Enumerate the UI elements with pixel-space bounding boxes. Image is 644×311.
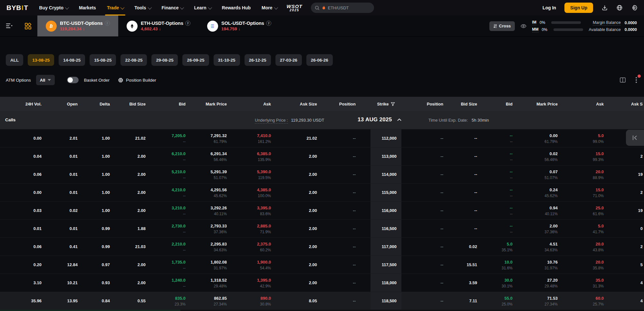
nav-item-buy-crypto[interactable]: Buy Crypto — [39, 0, 68, 15]
chevron-up-icon — [397, 118, 401, 121]
date-tab-26-06-26[interactable]: 26-06-26 — [306, 54, 333, 66]
column-header-mark-price[interactable]: Mark Price — [517, 97, 562, 111]
column-header-24h-vol[interactable]: 24H Vol. — [0, 97, 46, 111]
cell-mark: 4,291.5645.62% — [190, 184, 231, 201]
column-header-bid[interactable]: Bid — [482, 97, 517, 111]
cell-open: 10.21 — [46, 274, 82, 292]
search-input[interactable] — [328, 5, 363, 10]
cell-value: 4,385.0 — [257, 187, 271, 193]
signup-button[interactable]: Sign Up — [564, 3, 593, 13]
nav-item-learn[interactable]: Learn — [194, 0, 211, 15]
cell-subvalue: 30.8% — [260, 302, 271, 306]
expiry-date-heading[interactable]: 13 AUG 2025 — [358, 116, 401, 123]
cell-mark: 6,291.3456.46% — [190, 147, 231, 165]
wsot-2025-logo[interactable]: WSOT 2025 — [287, 4, 303, 12]
cell-subvalue: 31.97% — [544, 266, 558, 270]
column-header-strike[interactable]: Strike — [370, 97, 401, 111]
cell-value: 2,730.0 — [172, 223, 186, 229]
date-tab-31-10-25[interactable]: 31-10-25 — [214, 54, 240, 66]
cell-subvalue: -- — [183, 157, 186, 162]
date-tab-15-08-25[interactable]: 15-08-25 — [90, 54, 116, 66]
date-tab-22-08-25[interactable]: 22-08-25 — [120, 54, 147, 66]
search-box[interactable] — [311, 3, 374, 13]
table-row-strike-112-000[interactable]: 0.002.011.0021.027,205.0--7,291.3261.79%… — [0, 129, 644, 147]
column-header-bid-size[interactable]: Bid Size — [114, 97, 150, 111]
date-tab-29-08-25[interactable]: 29-08-25 — [151, 54, 178, 66]
mm-value: 0% — [542, 27, 550, 32]
column-header-open[interactable]: Open — [46, 97, 82, 111]
instrument-tab-btc-usdt-options[interactable]: ₿BTC-USDT-Options₮119,284.34 ↓ — [37, 15, 118, 36]
cell-r_bid: ---- — [482, 129, 517, 147]
instrument-tab-eth-usdt-options[interactable]: ETH-USDT-Options₮4,602.43 ↓ — [118, 15, 199, 36]
position-builder-button[interactable]: Position Builder — [118, 77, 156, 83]
cross-margin-button[interactable]: Cross — [489, 21, 515, 31]
column-header-position[interactable]: Position — [401, 97, 448, 111]
table-row-strike-118-000[interactable]: 3.1010.210.932.001,240.0--1,318.5229.48%… — [0, 274, 644, 292]
settings-gear-icon[interactable] — [631, 5, 638, 11]
table-row-strike-114-000[interactable]: 0.060.011.002.005,210.0--5,291.3951.07%5… — [0, 165, 644, 183]
date-tab-26-09-25[interactable]: 26-09-25 — [182, 54, 209, 66]
nav-item-tools[interactable]: Tools — [134, 0, 150, 15]
open-book-icon[interactable] — [620, 77, 626, 83]
download-app-icon[interactable] — [601, 5, 608, 11]
column-header-mark-price[interactable]: Mark Price — [190, 97, 231, 111]
calls-label: Calls — [5, 117, 15, 122]
column-header-bid-size[interactable]: Bid Size — [448, 97, 482, 111]
cell-value: 1.00 — [102, 172, 110, 177]
basket-order-toggle[interactable] — [67, 77, 79, 83]
column-header-position[interactable]: Position — [322, 97, 370, 111]
column-header-ask-size[interactable]: Ask Size — [275, 97, 322, 111]
table-row-strike-116-500[interactable]: 0.010.010.991.882,730.0--2,793.3337.36%2… — [0, 219, 644, 237]
date-tab-26-12-25[interactable]: 26-12-25 — [245, 54, 271, 66]
cell-value: 862.85 — [214, 296, 227, 301]
chevron-down-icon — [208, 5, 212, 9]
column-header-ask[interactable]: Ask — [562, 97, 608, 111]
language-globe-icon[interactable] — [616, 5, 623, 11]
table-row-strike-115-000[interactable]: 0.000.011.002.004,210.0--4,291.5645.62%4… — [0, 183, 644, 201]
expiry-date-tabs: ALL13-08-2514-08-2515-08-2522-08-2529-08… — [6, 54, 644, 66]
tether-badge-icon: ₮ — [185, 21, 190, 26]
column-header-ask[interactable]: Ask — [231, 97, 275, 111]
nav-item-finance[interactable]: Finance — [162, 0, 183, 15]
column-header-ask-s[interactable]: Ask S — [608, 97, 644, 111]
table-row-strike-117-500[interactable]: 0.2012.840.972.001,735.0--1,802.0831.97%… — [0, 256, 644, 274]
cell-value: 1.00 — [102, 135, 110, 141]
available-balance-value: 0.0000 — [625, 27, 637, 32]
date-tab-27-03-26[interactable]: 27-03-26 — [275, 54, 302, 66]
date-tab-13-08-25[interactable]: 13-08-25 — [28, 54, 54, 66]
collapse-panel-button[interactable] — [626, 130, 644, 146]
cell-value: 15.51 — [466, 262, 477, 267]
bybit-logo[interactable]: BYBIT — [6, 4, 28, 12]
eye-icon[interactable] — [521, 24, 526, 28]
date-tab-14-08-25[interactable]: 14-08-25 — [59, 54, 85, 66]
cell-value: -- — [440, 280, 443, 286]
column-header-delta[interactable]: Delta — [82, 97, 114, 111]
nav-item-more[interactable]: More — [262, 0, 277, 15]
cell-position: -- — [322, 147, 370, 165]
more-options-kebab-icon[interactable] — [634, 76, 638, 84]
date-tab-all[interactable]: ALL — [6, 54, 23, 66]
cell-value: 7,205.0 — [172, 133, 186, 138]
table-row-strike-118-500[interactable]: 35.9613.950.840.55835.023.3%862.8527.34%… — [0, 292, 644, 310]
cell-value: 5,390.0 — [257, 169, 271, 175]
underlying-price-label[interactable]: Underlying Price : — [255, 118, 288, 124]
table-row-strike-113-000[interactable]: 0.040.011.002.006,210.0--6,291.3456.46%6… — [0, 147, 644, 165]
login-button[interactable]: Log In — [543, 5, 556, 10]
nav-item-trade[interactable]: Trade — [107, 0, 123, 15]
cell-bid: 835.023.3% — [150, 292, 190, 310]
filter-funnel-icon[interactable] — [391, 102, 395, 106]
instrument-tab-sol-usdt-options[interactable]: SOL-USDT-Options₮194.759 ↓ — [199, 15, 280, 36]
cell-subvalue: -- — [510, 194, 513, 198]
nav-item-markets[interactable]: Markets — [79, 0, 96, 15]
markets-grid-icon[interactable] — [24, 23, 32, 30]
cell-subvalue: 71.9% — [260, 230, 271, 234]
nav-item-rewards-hub[interactable]: Rewards Hub — [222, 0, 251, 15]
orderbook-menu-icon[interactable] — [6, 23, 13, 29]
cell-r_bid_size: -- — [448, 184, 482, 201]
column-header-bid[interactable]: Bid — [150, 97, 190, 111]
table-row-strike-117-000[interactable]: 0.060.410.9921.032,210.0--2,295.8334.63%… — [0, 237, 644, 256]
cell-subvalue: 43.8% — [593, 248, 604, 252]
table-row-strike-116-000[interactable]: 0.030.021.002.003,210.0--3,292.2640.11%3… — [0, 201, 644, 219]
all-filter-dropdown[interactable]: All — [36, 75, 55, 85]
nav-item-label: Finance — [162, 5, 179, 10]
